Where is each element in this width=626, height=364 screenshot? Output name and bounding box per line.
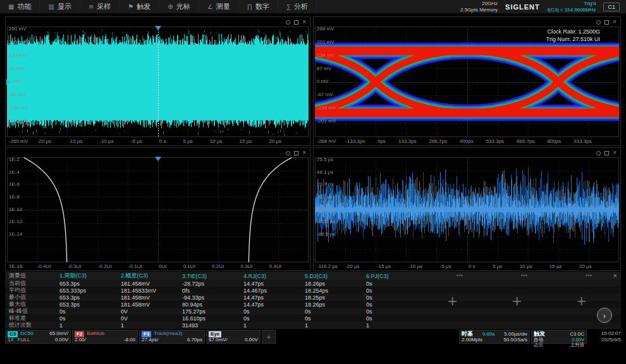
eye-descriptor[interactable]: Eye 67.0mV/ 0.00V [206,330,261,344]
bandwidth-label: 20GHz [482,1,498,7]
add-trace-button[interactable]: + [262,330,276,344]
eye-plot-area: Clock Rate: 1.2500G Trig Num: 27.510k UI… [315,27,619,137]
tick-label: 10 µs [520,264,532,269]
f2-function: Bathtub [87,331,104,337]
measurement-value: 0s [366,301,427,308]
close-icon[interactable]: × [302,150,306,156]
add-measurement-button[interactable]: + [448,293,457,309]
menu-item-utility[interactable]: ▦功能 [0,0,40,13]
close-measure-icon[interactable]: × [613,272,617,279]
channel-offset-marker[interactable] [6,79,11,85]
menu-item-measure[interactable]: ∠测量 [199,0,239,13]
tick-label: 20 µs [269,138,281,144]
record-icon[interactable] [596,20,601,25]
waveform-canvas[interactable] [7,27,309,137]
analysis-icon: ∑ [286,3,291,10]
measurement-value: 14.467ps [243,288,305,294]
empty-measurement-slot[interactable]: *** [556,273,621,279]
trigger-descriptor[interactable]: 触发 C3 DC 自动 0.00V 边沿 上升沿 [531,330,587,344]
measurement-column-header[interactable]: 1.周期(C3) [59,272,121,280]
f3-descriptor[interactable]: F3 Track(mea3) 27.4ps/ 6.70ps [139,330,205,344]
trigger-position-marker[interactable] [155,157,161,161]
menu-item-digital[interactable]: ∏数字 [239,0,278,13]
maximize-icon[interactable] [605,20,609,25]
measurement-value: 14.47ps [243,301,305,308]
scope-spec: 20GHz 2.5Gpts Memory [460,1,498,13]
status-bar: C3 DC50 65.0mV/ 1X FULL 0.00V F2 Bathtub… [5,330,621,344]
tick-label: -5 µs [131,138,142,144]
menu-item-trigger[interactable]: ⚑触发 [120,0,159,13]
measurement-column-header[interactable]: 2.幅度(C3) [121,272,182,280]
measurement-column-header[interactable]: 3.TIE(C3) [182,273,243,279]
acquire-icon: ≋ [89,3,94,10]
eye-scale: 67.0mV/ [209,337,228,343]
track-canvas[interactable] [315,157,619,262]
measurement-row: 最小值653.3ps181.458mV-94.33ps14.47ps18.25p… [5,294,621,301]
quick-menu-button[interactable]: › [597,308,612,323]
tick-label: -133.3ps [345,138,365,144]
tick-label: -0.1UI [128,264,142,269]
tick-label: -10 µs [100,138,114,144]
menu-item-acquire[interactable]: ≋采样 [80,0,120,13]
f3-scale: 27.4ps/ [142,337,158,343]
f3-trace-marker[interactable]: F3 [316,203,325,209]
tick-label: -15 µs [377,264,391,269]
menu-item-cursor[interactable]: ⊕光标 [159,0,199,13]
menu-item-analysis[interactable]: ∑分析 [278,0,317,13]
measurement-value: 0V [121,315,182,322]
bathtub-canvas[interactable] [7,157,309,262]
corner-label: 1E-16 [9,264,22,269]
record-icon[interactable] [286,20,290,25]
corner-label: -116.2 ps [317,264,338,269]
measurement-column-header[interactable]: 6.PJ(C3) [366,273,427,279]
f2-descriptor[interactable]: F2 Bathtub 2.00/ -8.00 [72,330,138,344]
close-icon[interactable]: × [613,19,617,25]
trigger-type: 边沿 [534,343,543,348]
measurement-value: 181.458mV [121,294,182,301]
maximize-icon[interactable] [294,151,298,155]
measurement-column-header[interactable]: 5.DJ(C3) [305,273,366,279]
measurement-row-label: 统计次数 [5,321,59,329]
menu-item-label: 光标 [176,2,190,11]
menu-item-display[interactable]: ▥显示 [40,0,80,13]
measurement-value: 14.47ps [243,281,305,287]
empty-measurement-slot[interactable]: *** [427,273,492,279]
measurement-value: 0V [121,308,182,315]
tick-label: 10 µs [210,138,223,144]
channel-c3-descriptor[interactable]: C3 DC50 65.0mV/ 1X FULL 0.00V [5,330,71,344]
tick-label: 400ps [460,138,474,144]
panel-toolbar: × [596,150,617,156]
measurement-value: 0s [59,308,121,315]
f2-offset: -8.00 [124,337,135,343]
measurement-value: 0s [59,315,121,322]
close-icon[interactable]: × [613,150,617,156]
eye-diagram-panel: × Clock Rate: 1.2500G Trig Num: 27.510k … [313,16,621,146]
channel-indicator-c1[interactable]: C1 [603,3,620,11]
record-icon[interactable] [596,151,601,155]
maximize-icon[interactable] [294,20,298,25]
measurement-value: 0s [366,288,427,294]
measurement-value: 653.3ps [59,281,121,287]
timebase-descriptor[interactable]: 时基 0.00s 5.00µs/div 2.00Mpts 50.0GSa/s [459,330,530,344]
trigger-position-marker[interactable] [155,26,161,30]
measurement-value: -28.72ps [182,281,243,287]
c3-offset: 0.00V [55,337,68,343]
record-icon[interactable] [286,151,290,155]
measurement-row: 峰-峰值0s0V175.27ps0s0s0s [5,308,621,315]
add-measurement-button[interactable]: + [512,293,522,309]
measurement-value: 1 [59,322,121,329]
tick-label: 15 µs [240,138,252,144]
measurement-column-header[interactable]: 4.RJ(C3) [243,273,305,279]
tick-label: 0 s [469,264,476,269]
close-icon[interactable]: × [302,19,306,25]
empty-measurement-slot[interactable]: *** [492,273,556,279]
corner-label: -260 mV [9,138,28,144]
x-axis-labels: -0.4UI-0.3UI-0.2UI-0.1UI0UI0.1UI0.2UI0.3… [37,264,281,269]
status-right-cluster: 时基 0.00s 5.00µs/div 2.00Mpts 50.0GSa/s 触… [459,330,621,344]
measurement-value: -94.33ps [182,294,243,301]
trig-num-readout: Trig Num: 27.510k UI [546,36,600,44]
trig-status: Trig'd [584,1,596,7]
measurement-row: 标准差0s0V16.610ps0s0s0s [5,315,621,322]
add-measurement-button[interactable]: + [577,293,586,309]
maximize-icon[interactable] [605,151,609,155]
